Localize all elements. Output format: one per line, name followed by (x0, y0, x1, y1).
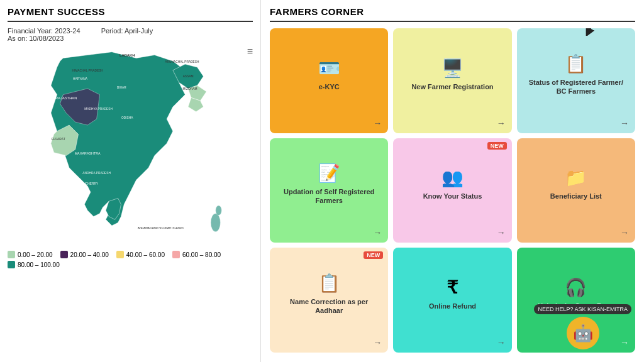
ekyc-icon: 🪪 (318, 58, 340, 79)
beneficiary-label: Beneficiary List (550, 192, 602, 200)
period: Period: April-July (101, 27, 153, 35)
card-beneficiary[interactable]: 📁 Beneficiary List → (517, 138, 635, 243)
card-name-correction[interactable]: NEW 📋 Name Correction as per Aadhaar → (270, 248, 388, 353)
svg-text:MADHYA PRADESH: MADHYA PRADESH (84, 107, 113, 111)
legend-color-4 (172, 251, 180, 258)
chatbot-widget[interactable]: NEED HELP? ASK KISAN-EMITRA 🤖 (534, 304, 631, 349)
svg-text:MIZORAM: MIZORAM (183, 87, 197, 90)
svg-text:ANDHRA PRADESH: ANDHRA PRADESH (82, 172, 111, 175)
name-correction-new-badge: NEW (364, 251, 383, 259)
svg-text:GUJARAT: GUJARAT (51, 138, 65, 141)
card-status-farmer[interactable]: 📋 Status of Registered Farmer/ BC Farmer… (517, 28, 635, 133)
chatbot-label: NEED HELP? ASK KISAN-EMITRA (534, 304, 631, 314)
chatbot-icon: 🤖 (573, 324, 593, 343)
ekyc-label: e-KYC (319, 82, 340, 91)
card-ekyc[interactable]: 🪪 e-KYC → (270, 28, 388, 133)
legend-label-5: 80.00 – 100.00 (18, 261, 60, 268)
legend-item-2: 20.00 – 40.00 (60, 251, 109, 258)
card-beneficiary-top: 📁 Beneficiary List (523, 143, 629, 226)
legend-color-2 (60, 251, 68, 258)
card-updation[interactable]: 📝 Updation of Self Registered Farmers → (270, 138, 388, 243)
svg-point-8 (216, 206, 222, 216)
chatbot-bubble[interactable]: 🤖 (567, 317, 599, 349)
name-correction-label: Name Correction as per Aadhaar (276, 297, 382, 315)
card-know-status[interactable]: NEW 👥 Know Your Status → (393, 138, 511, 243)
right-panel-title: FARMERS CORNER (270, 6, 635, 22)
svg-text:HARYANA: HARYANA (73, 77, 88, 80)
svg-text:ASSAM: ASSAM (183, 75, 194, 78)
legend-item-3: 40.00 – 60.00 (116, 251, 165, 258)
as-on: As on: 10/08/2023 (8, 35, 64, 42)
meta-info: Financial Year: 2023-24 Period: April-Ju… (8, 27, 253, 42)
updation-icon: 📝 (318, 163, 340, 184)
status-farmer-label: Status of Registered Farmer/ BC Farmers (523, 78, 629, 96)
svg-point-7 (211, 214, 221, 232)
online-refund-arrow: → (399, 337, 505, 348)
card-updation-top: 📝 Updation of Self Registered Farmers (276, 143, 382, 226)
card-status-farmer-top: 📋 Status of Registered Farmer/ BC Farmer… (523, 33, 629, 116)
svg-text:ANDAMAN AND NICOBAR ISLANDS: ANDAMAN AND NICOBAR ISLANDS (138, 226, 184, 229)
card-online-refund-top: ₹ Online Refund (399, 253, 505, 335)
svg-text:LADAKH: LADAKH (119, 53, 135, 57)
card-ekyc-top: 🪪 e-KYC (276, 33, 382, 116)
ekyc-arrow: → (276, 118, 382, 128)
card-know-status-top: 👥 Know Your Status (399, 143, 505, 226)
updation-arrow: → (276, 228, 382, 238)
svg-text:PUDUCHERRY: PUDUCHERRY (77, 182, 99, 185)
legend-color-5 (8, 261, 15, 268)
card-name-correction-top: 📋 Name Correction as per Aadhaar (276, 253, 382, 335)
card-online-refund[interactable]: ₹ Online Refund → (393, 248, 511, 353)
legend: 0.00 – 20.00 20.00 – 40.00 40.00 – 60.00… (8, 251, 253, 268)
legend-label-2: 20.00 – 40.00 (70, 251, 109, 258)
beneficiary-arrow: → (523, 228, 629, 238)
legend-color-3 (116, 251, 124, 258)
know-status-arrow: → (399, 228, 505, 238)
helpdesk-icon: 🎧 (565, 277, 587, 298)
map-container: ≡ (8, 46, 253, 247)
legend-item-4: 60.00 – 80.00 (172, 251, 221, 258)
map-menu-icon[interactable]: ≡ (247, 46, 253, 57)
online-refund-icon: ₹ (447, 277, 458, 298)
new-farmer-icon: 🖥️ (441, 58, 464, 79)
legend-item-5: 80.00 – 100.00 (8, 261, 60, 268)
online-refund-label: Online Refund (429, 302, 476, 310)
svg-text:MAHARASHTRA: MAHARASHTRA (75, 151, 101, 155)
legend-label-3: 40.00 – 60.00 (126, 251, 165, 258)
financial-year: Financial Year: 2023-24 (8, 27, 80, 35)
legend-label-1: 0.00 – 20.00 (18, 251, 53, 258)
legend-label-4: 60.00 – 80.00 (182, 251, 221, 258)
legend-color-1 (8, 251, 15, 258)
name-correction-icon: 📋 (318, 273, 340, 293)
india-map-svg: LADAKH HIMACHAL PRADESH HARYANA RAJASTHA… (8, 46, 253, 247)
know-status-icon: 👥 (441, 167, 464, 188)
know-status-new-badge: NEW (487, 142, 507, 150)
status-farmer-arrow: → (523, 118, 629, 128)
name-correction-arrow: → (276, 337, 382, 348)
beneficiary-icon: 📁 (565, 167, 587, 188)
svg-text:TAMIL NADU: TAMIL NADU (71, 191, 89, 194)
card-new-farmer-top: 🖥️ New Farmer Registration (399, 33, 505, 116)
new-farmer-label: New Farmer Registration (411, 82, 493, 91)
new-farmer-arrow: → (399, 118, 505, 128)
know-status-label: Know Your Status (423, 192, 482, 200)
updation-label: Updation of Self Registered Farmers (276, 187, 382, 206)
left-panel: PAYMENT SUCCESS Financial Year: 2023-24 … (0, 0, 261, 362)
svg-text:RAJASTHAN: RAJASTHAN (55, 96, 77, 100)
svg-text:ARUNACHAL PRADESH: ARUNACHAL PRADESH (165, 60, 199, 63)
card-new-farmer[interactable]: 🖥️ New Farmer Registration → (393, 28, 511, 133)
svg-text:ODISHA: ODISHA (121, 116, 133, 119)
left-panel-title: PAYMENT SUCCESS (8, 6, 253, 22)
svg-text:BIHAR: BIHAR (117, 86, 126, 89)
status-farmer-icon: 📋 (565, 53, 587, 74)
svg-text:HIMACHAL PRADESH: HIMACHAL PRADESH (72, 69, 103, 72)
legend-item-1: 0.00 – 20.00 (8, 251, 53, 258)
